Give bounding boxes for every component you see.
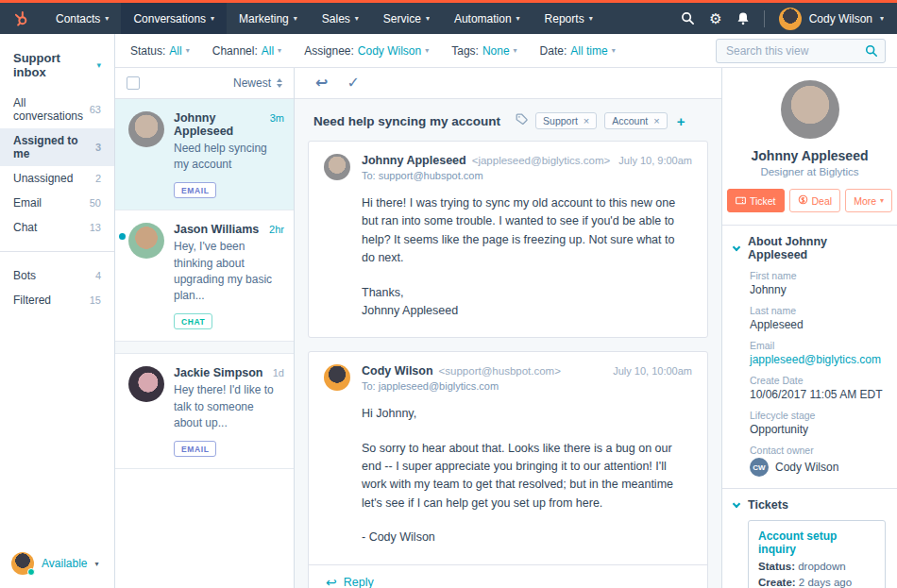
conversation-list-header: Newest xyxy=(115,68,294,99)
reply-button[interactable]: ↩ Reply xyxy=(309,564,707,588)
chevron-down-icon: ▾ xyxy=(105,14,109,23)
message-timestamp: July 10, 10:00am xyxy=(613,365,692,377)
sidebar-item-bots[interactable]: Bots 4 xyxy=(0,263,114,288)
nav-item-reports[interactable]: Reports ▾ xyxy=(533,3,605,34)
message-sender-email: <jappleseed@biglytics.com> xyxy=(472,155,611,166)
availability-toggle[interactable]: Available ▾ xyxy=(0,552,114,575)
sidebar-item-filtered[interactable]: Filtered 15 xyxy=(0,288,114,312)
filter-label: Channel: xyxy=(212,44,258,58)
nav-item-contacts[interactable]: Contacts ▾ xyxy=(43,3,121,34)
search-icon[interactable] xyxy=(865,44,878,60)
tag-chip-support[interactable]: Support × xyxy=(535,112,597,129)
filter-value: Cody Wilson xyxy=(358,44,421,58)
ticket-title-link[interactable]: Account setup inquiry xyxy=(758,529,875,556)
sidebar-item-count: 2 xyxy=(95,173,101,184)
chevron-down-icon: ▾ xyxy=(94,560,98,568)
deal-icon xyxy=(798,194,808,207)
tag-chip-account[interactable]: Account × xyxy=(604,112,667,129)
filter-status[interactable]: Status: All ▾ xyxy=(130,44,190,58)
avatar xyxy=(324,364,350,391)
sidebar-item-count: 4 xyxy=(95,270,101,281)
message-paragraph: Hi Johnny, xyxy=(362,405,688,423)
conversation-preview: Hey there! I'd like to talk to someone a… xyxy=(174,382,284,431)
inbox-sidebar: Support inbox ▾ All conversations 63 Ass… xyxy=(0,34,115,588)
avatar xyxy=(781,80,839,139)
ticket-status-value: dropdown xyxy=(795,561,846,572)
filter-value: All xyxy=(262,44,274,58)
gear-icon[interactable]: ⚙ xyxy=(709,11,721,25)
nav-item-service[interactable]: Service ▾ xyxy=(371,3,442,34)
close-icon[interactable]: × xyxy=(584,115,589,126)
about-section-header[interactable]: About Johnny Appleseed xyxy=(734,235,886,261)
message-paragraph: Johnny Appleseed xyxy=(362,302,688,320)
sidebar-item-count: 13 xyxy=(90,222,101,233)
sort-arrows-icon xyxy=(277,78,282,88)
tag-label: Account xyxy=(612,115,648,126)
sidebar-item-chat[interactable]: Chat 13 xyxy=(0,215,114,240)
nav-item-sales[interactable]: Sales ▾ xyxy=(310,3,371,34)
conversation-item-johnny[interactable]: Johnny Appleseed 3m Need help syncing my… xyxy=(115,99,294,210)
nav-item-automation[interactable]: Automation ▾ xyxy=(442,3,533,34)
hubspot-app: Contacts ▾ Conversations ▾ Marketing ▾ S… xyxy=(0,0,897,588)
message-body: Hi there! I was trying to sync my old ac… xyxy=(309,181,707,337)
message-paragraph: - Cody Wilson xyxy=(362,529,688,546)
reply-icon[interactable]: ↩ xyxy=(315,76,328,91)
user-menu[interactable]: Cody Wilson ▾ xyxy=(779,8,884,30)
conversation-item-jackie[interactable]: Jackie Simpson 1d Hey there! I'd like to… xyxy=(115,354,294,469)
more-actions-button[interactable]: More ▾ xyxy=(845,189,892,212)
message-sender: Cody Wilson xyxy=(362,364,433,378)
conversation-time: 2hr xyxy=(269,224,284,235)
hubspot-logo-icon[interactable] xyxy=(0,3,43,34)
sidebar-item-label: Assigned to me xyxy=(13,134,95,160)
chevron-down-icon xyxy=(733,243,740,250)
create-deal-button[interactable]: Deal xyxy=(789,189,841,212)
sidebar-item-label: Email xyxy=(13,196,42,210)
mark-done-check-icon[interactable]: ✓ xyxy=(347,76,359,91)
nav-item-label: Marketing xyxy=(239,12,289,25)
avatar xyxy=(128,223,164,259)
nav-item-label: Sales xyxy=(322,12,350,25)
filter-bar: Status: All ▾ Channel: All ▾ Assignee: C… xyxy=(115,34,897,68)
field-contact-owner: Contact owner CW Cody Wilson xyxy=(750,445,886,477)
message-card: Cody Wilson <support@husbpot.com> July 1… xyxy=(308,351,708,588)
avatar xyxy=(128,111,164,147)
sidebar-item-assigned-to-me[interactable]: Assigned to me 3 xyxy=(0,128,114,166)
nav-item-marketing[interactable]: Marketing ▾ xyxy=(227,3,310,34)
filter-channel[interactable]: Channel: All ▾ xyxy=(212,44,281,58)
unread-dot xyxy=(119,233,126,240)
conversation-item-jason[interactable]: Jason Williams 2hr Hey, I've been thinki… xyxy=(115,210,294,342)
nav-divider xyxy=(764,10,765,27)
field-value-email-link[interactable]: jappleseed@biglytics.com xyxy=(750,353,886,366)
button-label: More xyxy=(854,195,876,207)
filter-assignee[interactable]: Assignee: Cody Wilson ▾ xyxy=(304,44,429,58)
field-value: 10/06/2017 11:05 AM EDT xyxy=(750,388,886,401)
field-label: Contact owner xyxy=(750,445,886,456)
create-ticket-button[interactable]: Ticket xyxy=(727,189,785,212)
select-all-checkbox[interactable] xyxy=(127,76,140,90)
tickets-section-header[interactable]: Tickets xyxy=(734,498,886,512)
conversation-preview: Hey, I've been thinking about upgrading … xyxy=(174,239,284,305)
message-body: Hi Johnny, So sorry to hear about that. … xyxy=(309,392,707,563)
field-email: Email jappleseed@biglytics.com xyxy=(750,340,886,366)
conversation-name: Jackie Simpson xyxy=(174,366,263,379)
online-status-dot xyxy=(27,568,35,576)
field-label: First name xyxy=(750,270,886,281)
field-value: Opportunity xyxy=(750,423,886,436)
add-tag-button[interactable]: + xyxy=(677,114,685,128)
button-label: Deal xyxy=(812,195,833,207)
chevron-down-icon: ▾ xyxy=(96,60,101,70)
avatar xyxy=(324,154,350,180)
nav-item-conversations[interactable]: Conversations ▾ xyxy=(121,3,227,34)
sidebar-item-unassigned[interactable]: Unassigned 2 xyxy=(0,166,114,191)
filter-tags[interactable]: Tags: None ▾ xyxy=(451,44,516,58)
bell-icon[interactable] xyxy=(736,11,750,25)
sidebar-item-email[interactable]: Email 50 xyxy=(0,191,114,215)
close-icon[interactable]: × xyxy=(653,115,659,126)
sort-control[interactable]: Newest xyxy=(233,76,282,90)
inbox-selector[interactable]: Support inbox ▾ xyxy=(0,51,114,79)
filter-date[interactable]: Date: All time ▾ xyxy=(540,44,616,58)
search-input[interactable] xyxy=(716,39,886,63)
search-icon[interactable] xyxy=(681,11,695,25)
avatar xyxy=(11,552,34,575)
sidebar-item-all-conversations[interactable]: All conversations 63 xyxy=(0,91,114,128)
